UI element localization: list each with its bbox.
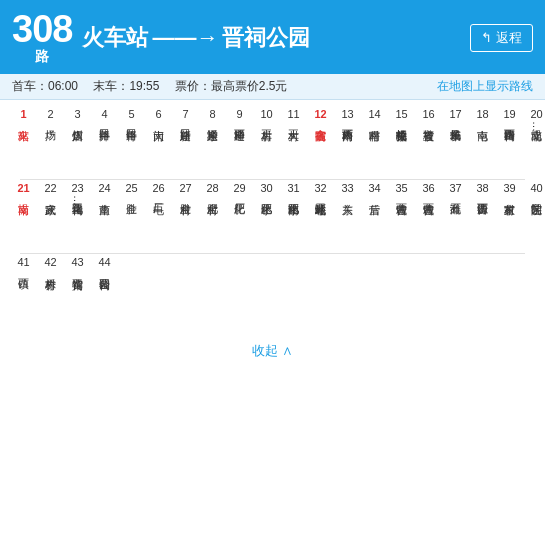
stop-number: 33 xyxy=(341,182,353,195)
stop-item[interactable]: 20南堤北… xyxy=(523,108,545,173)
collapse-bar[interactable]: 收起 ∧ xyxy=(0,332,545,372)
stop-item[interactable]: 15招呼机关党校 xyxy=(388,108,415,173)
stop-item[interactable]: 18南屯 xyxy=(469,108,496,173)
stop-number: 6 xyxy=(155,108,161,121)
stop-item[interactable]: 5青年路口 xyxy=(118,108,145,173)
stop-item[interactable]: 31化肥小区南 xyxy=(280,182,307,247)
stop-item[interactable]: 28金肥村 xyxy=(199,182,226,247)
stop-item[interactable]: 33东关 xyxy=(334,182,361,247)
first-bus-label: 首车： xyxy=(12,79,48,93)
stop-number: 9 xyxy=(236,108,242,121)
stop-number: 32 xyxy=(314,182,326,195)
stop-item[interactable]: 24董南 xyxy=(91,182,118,247)
stop-number: 31 xyxy=(287,182,299,195)
stop-name: 并年路口 xyxy=(98,121,111,173)
return-button[interactable]: ↰ 返程 xyxy=(470,24,533,52)
stop-name: 古城营西 xyxy=(395,195,408,247)
stop-item[interactable]: 39董家村 xyxy=(496,182,523,247)
stop-item[interactable]: 11大王村 xyxy=(280,108,307,173)
stop-item[interactable]: 10后王村 xyxy=(253,108,280,173)
stop-item[interactable]: 26二电厂 xyxy=(145,182,172,247)
stop-item[interactable]: 38晋源西街 xyxy=(469,182,496,247)
route-number: 308 xyxy=(12,10,72,48)
stop-name: 晋祠宾馆 xyxy=(71,270,84,322)
stop-number: 38 xyxy=(476,182,488,195)
stop-number: 42 xyxy=(44,256,56,269)
stop-item[interactable]: 12省高院宿舍 xyxy=(307,108,334,173)
stop-number: 24 xyxy=(98,182,110,195)
stop-item[interactable]: 34后营 xyxy=(361,182,388,247)
route-to: 晋祠公园 xyxy=(222,23,310,53)
stop-number: 36 xyxy=(422,182,434,195)
stop-name: 新建路口 xyxy=(179,121,192,173)
stop-number: 15 xyxy=(395,108,407,121)
map-link[interactable]: 在地图上显示路线 xyxy=(437,78,533,95)
stop-name: 招呼机关党校 xyxy=(395,121,408,173)
stop-item[interactable]: 25金胜 xyxy=(118,182,145,247)
stop-name: 晋祠公园 xyxy=(98,270,111,322)
stop-item[interactable]: 43晋祠宾馆 xyxy=(64,256,91,321)
stop-item[interactable]: 22武家庄 xyxy=(37,182,64,247)
stop-item[interactable]: 3广州饭店 xyxy=(64,108,91,173)
stop-item[interactable]: 16省直警校 xyxy=(415,108,442,173)
stop-number: 28 xyxy=(206,182,218,195)
stop-name: 广场 xyxy=(44,121,57,173)
route-from: 火车站 xyxy=(82,23,148,53)
stop-item[interactable]: 6大南门 xyxy=(145,108,172,173)
stop-item[interactable]: 8迎泽桥东 xyxy=(199,108,226,173)
stop-number: 40 xyxy=(530,182,542,195)
stop-name: 青年路口 xyxy=(125,121,138,173)
stop-item[interactable]: 44晋祠公园 xyxy=(91,256,118,321)
stop-item[interactable]: 35古城营西 xyxy=(388,182,415,247)
stop-item[interactable]: 4并年路口 xyxy=(91,108,118,173)
stop-number: 39 xyxy=(503,182,515,195)
stop-number: 37 xyxy=(449,182,461,195)
stop-item[interactable]: 19晋祠路西街 xyxy=(496,108,523,173)
stop-number: 1 xyxy=(20,108,26,121)
stop-name: 古城营西 xyxy=(422,195,435,247)
stop-item[interactable]: 21南堤南 xyxy=(10,182,37,247)
stop-number: 13 xyxy=(341,108,353,121)
stop-name: 后营 xyxy=(368,195,381,247)
stop-name: 东关 xyxy=(341,195,354,247)
stop-number: 22 xyxy=(44,182,56,195)
stop-item[interactable]: 13南内环桥西 xyxy=(334,108,361,173)
stop-number: 12 xyxy=(314,108,326,121)
stop-name: 化肥小区 xyxy=(260,195,273,247)
stop-name: 晋祠路西街 xyxy=(503,121,516,173)
stop-number: 11 xyxy=(287,108,299,121)
stop-item[interactable]: 42赤桥村 xyxy=(37,256,64,321)
stop-number: 17 xyxy=(449,108,461,121)
stop-item[interactable]: 7新建路口 xyxy=(172,108,199,173)
stop-item[interactable]: 14南呼村 xyxy=(361,108,388,173)
stop-item[interactable]: 1火车站 xyxy=(10,108,37,173)
stop-number: 10 xyxy=(260,108,272,121)
stop-item[interactable]: 37乱石滩 xyxy=(442,182,469,247)
stop-number: 2 xyxy=(47,108,53,121)
stop-item[interactable]: 41西镇 xyxy=(10,256,37,321)
stop-item[interactable]: 30化肥小区 xyxy=(253,182,280,247)
stop-item[interactable]: 36古城营西 xyxy=(415,182,442,247)
stop-item[interactable]: 17长风停车场 xyxy=(442,108,469,173)
route-lu: 路 xyxy=(35,48,49,66)
stop-item[interactable]: 29化肥厂 xyxy=(226,182,253,247)
stop-item[interactable]: 32罗城北环呼站 xyxy=(307,182,334,247)
stop-number: 16 xyxy=(422,108,434,121)
first-bus-time: 06:00 xyxy=(48,79,78,93)
stop-name: 南堤南 xyxy=(17,195,30,247)
stop-name: 武家庄 xyxy=(44,195,57,247)
stop-item[interactable]: 40园艺学院 xyxy=(523,182,545,247)
stop-name: 园艺学院 xyxy=(530,195,543,247)
stop-name: 化肥小区南 xyxy=(287,195,300,247)
stop-name: 金肥村 xyxy=(206,195,219,247)
stop-name: 省高院宿舍 xyxy=(314,121,327,173)
stop-item[interactable]: 27金胜村 xyxy=(172,182,199,247)
stop-number: 7 xyxy=(182,108,188,121)
stop-name: 金胜村 xyxy=(179,195,192,247)
collapse-button[interactable]: 收起 ∧ xyxy=(252,343,293,358)
stop-number: 5 xyxy=(128,108,134,121)
stop-item[interactable]: 23晋祠路化工… xyxy=(64,182,91,247)
stop-number: 19 xyxy=(503,108,515,121)
stop-item[interactable]: 2广场 xyxy=(37,108,64,173)
stop-item[interactable]: 9迎泽桥西 xyxy=(226,108,253,173)
